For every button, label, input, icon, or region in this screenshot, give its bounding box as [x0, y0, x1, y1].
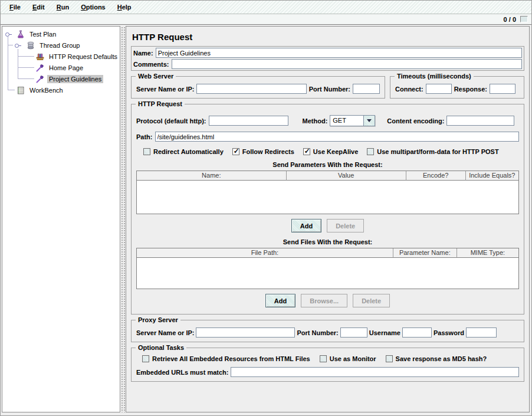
use-as-monitor-checkbox[interactable]: Use as Monitor [320, 355, 376, 362]
tree-item-workbench[interactable]: WorkBench [2, 84, 120, 96]
tree-item-test-plan[interactable]: Test Plan [2, 28, 120, 40]
name-comments-box: Name: Comments: [131, 46, 524, 71]
protocol-label: Protocol (default http): [136, 117, 206, 125]
connect-timeout-input[interactable] [426, 84, 452, 94]
proxy-username-label: Username [369, 329, 400, 336]
proxy-server-name-input[interactable] [196, 327, 295, 338]
tree-item-label: Test Plan [28, 30, 58, 38]
checkbox-icon[interactable] [142, 355, 149, 362]
multipart-form-data-checkbox[interactable]: Use multipart/form-data for HTTP POST [367, 148, 498, 155]
name-input[interactable] [156, 48, 522, 58]
proxy-server-group-title: Proxy Server [136, 316, 180, 323]
path-input[interactable] [155, 132, 520, 142]
proxy-password-input[interactable] [466, 327, 497, 338]
tree-item-label: Home Page [47, 64, 85, 72]
comments-label: Comments: [133, 61, 169, 68]
column-header-name: Name: [137, 171, 287, 181]
method-select[interactable]: GET [330, 115, 375, 126]
retrieve-embedded-resources-checkbox[interactable]: Retrieve All Embedded Resources from HTM… [142, 355, 310, 362]
response-timeout-label: Response: [454, 86, 487, 93]
add-file-button[interactable]: Add [265, 294, 295, 307]
checkbox-icon[interactable] [320, 355, 327, 362]
clipboard-icon [16, 86, 25, 95]
delete-parameter-button[interactable]: Delete [327, 219, 364, 232]
web-server-group: Web Server Server Name or IP: Port Numbe… [131, 76, 385, 99]
server-name-label: Server Name or IP: [136, 86, 194, 93]
embedded-urls-match-input[interactable] [231, 367, 519, 377]
tree-item-http-request-defaults[interactable]: HTTP Request Defaults [2, 51, 120, 62]
column-header-file-path: File Path: [137, 248, 393, 258]
files-table: File Path: Parameter Name: MIME Type: [136, 248, 519, 289]
expand-handle-icon[interactable] [5, 32, 9, 37]
http-request-group-title: HTTP Request [136, 100, 185, 107]
port-number-input[interactable] [353, 84, 380, 94]
column-header-mime-type: MIME Type: [457, 248, 518, 258]
column-header-value: Value [287, 171, 406, 181]
checkbox-icon[interactable] [386, 355, 393, 362]
checkbox-label: Use multipart/form-data for HTTP POST [377, 148, 498, 155]
delete-file-button[interactable]: Delete [353, 294, 390, 307]
checkbox-label: Use as Monitor [330, 355, 376, 362]
split-pane-divider[interactable] [120, 26, 126, 412]
follow-redirects-checkbox[interactable]: Follow Redirects [232, 148, 294, 155]
send-parameters-title: Send Parameters With the Request: [136, 161, 519, 168]
menu-options[interactable]: Options [75, 2, 111, 12]
content-encoding-label: Content encoding: [387, 117, 444, 125]
server-name-input[interactable] [196, 84, 306, 94]
checkbox-label: Follow Redirects [242, 148, 294, 155]
tree-item-label-selected: Project Guidelines [47, 75, 103, 83]
protocol-input[interactable] [209, 116, 288, 126]
response-timeout-input[interactable] [490, 84, 515, 94]
proxy-username-input[interactable] [402, 327, 432, 338]
menu-edit[interactable]: Edit [27, 2, 50, 12]
jmeter-window: File Edit Run Options Help 0 / 0 Test Pl… [0, 0, 532, 416]
embedded-urls-match-label: Embedded URLs must match: [136, 369, 228, 376]
use-keepalive-checkbox[interactable]: Use KeepAlive [303, 148, 358, 155]
web-server-group-title: Web Server [136, 73, 176, 80]
tree-item-project-guidelines[interactable]: Project Guidelines [2, 73, 120, 84]
parameters-table-body[interactable] [137, 181, 518, 214]
checkbox-icon[interactable] [367, 148, 374, 155]
add-parameter-button[interactable]: Add [291, 219, 321, 232]
tree-item-label: HTTP Request Defaults [47, 53, 119, 61]
pipette-icon [35, 74, 45, 84]
menu-help[interactable]: Help [112, 2, 137, 12]
optional-tasks-group: Optional Tasks Retrieve All Embedded Res… [131, 348, 524, 382]
method-label: Method: [303, 117, 328, 125]
page-title: HTTP Request [132, 32, 524, 42]
checkbox-icon[interactable] [232, 148, 239, 155]
browse-file-button[interactable]: Browse... [301, 294, 347, 307]
parameters-table-header: Name: Value Encode? Include Equals? [137, 171, 518, 181]
spool-icon [26, 41, 35, 50]
http-request-group: HTTP Request Protocol (default http): Me… [131, 104, 524, 315]
comments-input[interactable] [172, 59, 522, 69]
menu-run[interactable]: Run [51, 2, 74, 12]
expand-handle-icon[interactable] [15, 44, 19, 48]
proxy-port-input[interactable] [340, 327, 367, 338]
redirect-automatically-checkbox[interactable]: Redirect Automatically [143, 148, 224, 155]
files-table-body[interactable] [137, 258, 518, 289]
checkbox-label: Use KeepAlive [313, 148, 358, 155]
tree-item-thread-group[interactable]: Thread Group [2, 40, 120, 51]
pipette-icon [35, 63, 45, 73]
test-activity-indicator-icon [520, 16, 528, 22]
flask-icon [16, 30, 25, 39]
checkbox-icon[interactable] [143, 148, 150, 155]
proxy-port-label: Port Number: [297, 329, 338, 336]
menu-file[interactable]: File [4, 2, 26, 12]
checkbox-label: Redirect Automatically [153, 148, 224, 155]
files-table-header: File Path: Parameter Name: MIME Type: [137, 248, 518, 258]
chevron-down-icon[interactable] [363, 116, 375, 126]
checkbox-label: Retrieve All Embedded Resources from HTM… [152, 355, 310, 362]
test-tubes-icon [35, 52, 45, 61]
timeouts-group: Timeouts (milliseconds) Connect: Respons… [390, 76, 524, 99]
method-selected-value: GET [330, 116, 363, 126]
checkbox-icon[interactable] [303, 148, 310, 155]
main-split: Test Plan Thread Group HTTP Request Defa… [1, 25, 531, 415]
save-response-md5-checkbox[interactable]: Save response as MD5 hash? [386, 355, 487, 362]
content-encoding-input[interactable] [446, 116, 514, 126]
tree-item-home-page[interactable]: Home Page [2, 62, 120, 73]
checkbox-label: Save response as MD5 hash? [396, 355, 487, 362]
tree-item-label: Thread Group [38, 41, 81, 50]
column-header-parameter-name: Parameter Name: [393, 248, 457, 258]
